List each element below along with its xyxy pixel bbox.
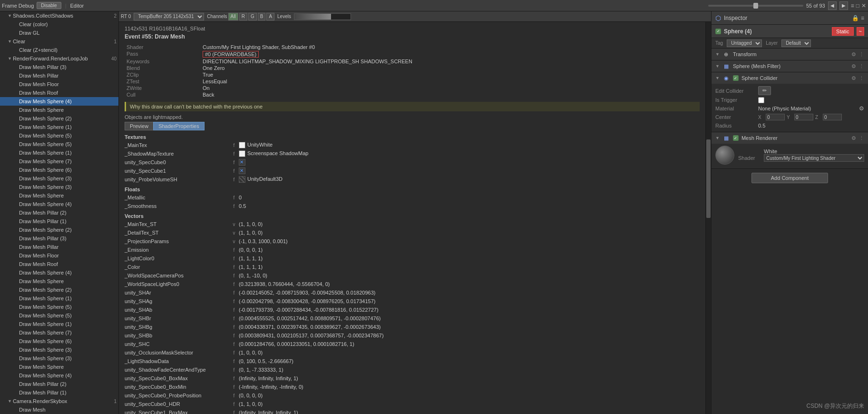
meshfilter-settings-icon[interactable]: ⚙ bbox=[851, 63, 856, 69]
center-z-input[interactable] bbox=[823, 114, 842, 120]
tree-item[interactable]: Draw Mesh Sphere bbox=[0, 106, 118, 114]
transform-header[interactable]: ▼ ⊕ Transform ⚙ ⋮ bbox=[712, 49, 868, 60]
object-active-checkbox[interactable]: ✓ bbox=[715, 29, 721, 34]
disable-button[interactable]: Disable bbox=[37, 2, 61, 9]
tree-item[interactable]: Draw Mesh Sphere (4) bbox=[0, 97, 118, 106]
meshrenderer-enabled-checkbox[interactable]: ✓ bbox=[733, 135, 739, 141]
frame-slider[interactable] bbox=[708, 5, 803, 7]
tree-item[interactable]: Draw Mesh Sphere (1) bbox=[0, 320, 118, 328]
layer-select[interactable]: Default bbox=[781, 39, 811, 47]
menu-icon[interactable]: ≡ bbox=[851, 2, 854, 9]
prev-frame-button[interactable]: ◀ bbox=[828, 1, 837, 10]
options-icon[interactable]: ≡ bbox=[861, 15, 864, 21]
transform-more-icon[interactable]: ⋮ bbox=[859, 51, 864, 58]
tree-item[interactable]: ▼RenderForward.RenderLoopJob40 bbox=[0, 54, 118, 63]
meshrenderer-settings-icon[interactable]: ⚙ bbox=[851, 135, 856, 141]
tree-item[interactable]: Draw Mesh Pillar (2) bbox=[0, 380, 118, 388]
tree-item[interactable]: Draw Mesh Sphere (2) bbox=[0, 286, 118, 294]
material-settings-icon[interactable]: ⚙ bbox=[859, 105, 864, 112]
is-trigger-checkbox[interactable] bbox=[758, 97, 764, 103]
tree-item[interactable]: Clear (Z+stencil) bbox=[0, 46, 118, 54]
prop-flag: f bbox=[229, 151, 239, 157]
tree-item[interactable]: Draw Mesh Sphere (6) bbox=[0, 337, 118, 345]
channel-all-btn[interactable]: All bbox=[228, 13, 238, 20]
shader-properties-tab[interactable]: ShaderProperties bbox=[153, 122, 205, 130]
collider-enabled-checkbox[interactable]: ✓ bbox=[733, 75, 739, 81]
tree-item[interactable]: Draw Mesh Sphere (3) bbox=[0, 174, 118, 183]
add-component-button[interactable]: Add Component bbox=[751, 173, 829, 183]
collider-settings-icon[interactable]: ⚙ bbox=[851, 75, 856, 81]
channel-g-btn[interactable]: G bbox=[248, 13, 257, 20]
tree-item[interactable]: Draw Mesh Sphere (2) bbox=[0, 114, 118, 123]
tree-item[interactable]: Draw Mesh Sphere (5) bbox=[0, 131, 118, 140]
tree-item[interactable]: Draw Mesh Sphere (7) bbox=[0, 157, 118, 166]
tree-item[interactable]: Draw Mesh Sphere (3) bbox=[0, 345, 118, 354]
tree-item[interactable]: Draw Mesh Pillar (2) bbox=[0, 208, 118, 217]
warning-box: Why this draw call can't be batched with… bbox=[125, 102, 700, 111]
tree-item[interactable]: Draw Mesh Sphere (3) bbox=[0, 354, 118, 363]
tree-item[interactable]: Draw Mesh Pillar (3) bbox=[0, 234, 118, 243]
tree-item[interactable]: Draw Mesh Sphere (4) bbox=[0, 268, 118, 277]
meshfilter-header[interactable]: ▼ ▦ Sphere (Mesh Filter) ⚙ ⋮ bbox=[712, 60, 868, 72]
edit-collider-button[interactable]: ✏ bbox=[758, 86, 771, 95]
tree-item[interactable]: Draw Mesh Pillar bbox=[0, 71, 118, 80]
tree-item[interactable]: Draw Mesh Sphere bbox=[0, 363, 118, 371]
vector-row: unity_SHBr f (0.0004555525, 0.002517442,… bbox=[125, 314, 700, 323]
center-scrollbar[interactable] bbox=[705, 22, 711, 414]
maximize-icon[interactable]: □ bbox=[856, 2, 859, 9]
rt-select[interactable]: TempBuffer 205 1142x531 bbox=[134, 13, 204, 20]
tree-item[interactable]: ▼Shadows.CollectShadows2 bbox=[0, 11, 118, 20]
tree-item[interactable]: Draw Mesh Sphere (4) bbox=[0, 200, 118, 208]
channel-a-btn[interactable]: A bbox=[266, 13, 274, 20]
tree-item[interactable]: Draw Mesh Floor bbox=[0, 251, 118, 260]
tree-item[interactable]: Draw Mesh Floor bbox=[0, 80, 118, 89]
static-button[interactable]: Static bbox=[832, 27, 854, 36]
meshfilter-more-icon[interactable]: ⋮ bbox=[859, 63, 864, 69]
slider-thumb[interactable] bbox=[753, 3, 758, 9]
tree-item[interactable]: Draw Mesh Roof bbox=[0, 89, 118, 97]
collider-header[interactable]: ▼ ◉ ✓ Sphere Collider ⚙ ⋮ bbox=[712, 72, 868, 84]
channel-r-btn[interactable]: R bbox=[239, 13, 247, 20]
tree-item[interactable]: Draw Mesh Sphere bbox=[0, 191, 118, 200]
tree-item[interactable]: Draw Mesh Pillar bbox=[0, 243, 118, 251]
inspector-body: ✓ Sphere (4) Static ~ Tag Untagged Layer… bbox=[712, 25, 868, 414]
tree-item-label: Draw Mesh Sphere (7) bbox=[19, 330, 118, 335]
tree-item[interactable]: Draw Mesh bbox=[0, 405, 118, 414]
tree-item[interactable]: Draw Mesh Pillar (1) bbox=[0, 217, 118, 226]
next-frame-button[interactable]: ▶ bbox=[839, 1, 848, 10]
tree-item[interactable]: Draw Mesh Sphere (5) bbox=[0, 303, 118, 311]
keywords-value: DIRECTIONAL LIGHTMAP_SHADOW_MIXING LIGHT… bbox=[201, 58, 700, 65]
channel-b-btn[interactable]: B bbox=[258, 13, 266, 20]
transform-settings-icon[interactable]: ⚙ bbox=[851, 51, 856, 58]
tree-item[interactable]: Draw Mesh Sphere (5) bbox=[0, 140, 118, 148]
tree-item[interactable]: Clear (color) bbox=[0, 20, 118, 29]
meshrenderer-header[interactable]: ▼ ▦ ✓ Mesh Renderer ⚙ ⋮ bbox=[712, 132, 868, 144]
static-arrow-button[interactable]: ~ bbox=[857, 27, 864, 36]
tree-item[interactable]: Draw Mesh Sphere (1) bbox=[0, 294, 118, 303]
tree-item[interactable]: ▼Clear1 bbox=[0, 37, 118, 46]
tree-item[interactable]: Draw GL bbox=[0, 29, 118, 37]
preview-tab[interactable]: Preview bbox=[125, 122, 153, 130]
tree-item[interactable]: Draw Mesh Sphere (5) bbox=[0, 311, 118, 320]
tree-item[interactable]: Draw Mesh Pillar (3) bbox=[0, 63, 118, 71]
lock-icon[interactable]: 🔒 bbox=[852, 15, 859, 21]
shader-select[interactable]: Custom/My First Lighting Shader bbox=[764, 154, 864, 162]
tree-item[interactable]: Draw Mesh Sphere (1) bbox=[0, 148, 118, 157]
tree-item[interactable]: Draw Mesh Sphere (7) bbox=[0, 328, 118, 337]
tree-item[interactable]: Draw Mesh Sphere (3) bbox=[0, 183, 118, 191]
tree-item[interactable]: Draw Mesh Sphere (1) bbox=[0, 123, 118, 131]
tree-item[interactable]: Draw Mesh Pillar (1) bbox=[0, 388, 118, 397]
collider-more-icon[interactable]: ⋮ bbox=[859, 75, 864, 81]
tree-item[interactable]: ▼Camera.RenderSkybox1 bbox=[0, 397, 118, 405]
tree-item[interactable]: Draw Mesh Roof bbox=[0, 260, 118, 268]
close-icon[interactable]: ✕ bbox=[861, 2, 866, 9]
tree-item[interactable]: Draw Mesh Sphere (2) bbox=[0, 226, 118, 234]
tree-item[interactable]: Draw Mesh Sphere bbox=[0, 277, 118, 286]
center-y-input[interactable] bbox=[794, 114, 813, 120]
meshrenderer-more-icon[interactable]: ⋮ bbox=[859, 135, 864, 141]
tag-select[interactable]: Untagged bbox=[727, 39, 762, 47]
tree-item[interactable]: Draw Mesh Sphere (6) bbox=[0, 166, 118, 174]
center-x-input[interactable] bbox=[766, 114, 785, 120]
center-scrollbar-thumb[interactable] bbox=[706, 139, 711, 218]
tree-item[interactable]: Draw Mesh Sphere (4) bbox=[0, 371, 118, 380]
